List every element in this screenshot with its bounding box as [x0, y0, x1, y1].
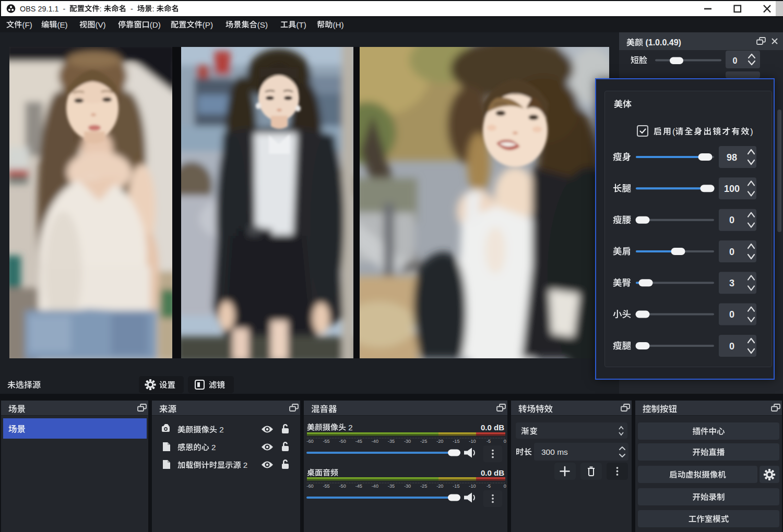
- svg-text:0.0 dB: 0.0 dB: [481, 423, 504, 432]
- svg-text:(F): (F): [22, 20, 32, 29]
- svg-text:-5: -5: [487, 439, 491, 444]
- svg-text:-60: -60: [306, 439, 313, 444]
- svg-text:): ): [750, 127, 753, 136]
- svg-text:-25: -25: [420, 439, 427, 444]
- svg-text:-30: -30: [404, 439, 411, 444]
- svg-text:0: 0: [504, 439, 506, 444]
- svg-text:300 ms: 300 ms: [541, 448, 568, 456]
- svg-text:98: 98: [727, 152, 737, 163]
- svg-text::: :: [100, 5, 104, 13]
- svg-text:0: 0: [729, 341, 734, 352]
- svg-text:-10: -10: [469, 439, 476, 444]
- svg-text:0: 0: [729, 309, 734, 320]
- svg-text:-25: -25: [420, 483, 427, 489]
- svg-text:(V): (V): [95, 20, 105, 29]
- svg-text:-5: -5: [487, 483, 491, 489]
- svg-text:-50: -50: [339, 439, 346, 444]
- svg-text:-30: -30: [404, 483, 411, 489]
- svg-text:3: 3: [729, 278, 734, 288]
- svg-text::: :: [152, 5, 157, 13]
- svg-text:(D): (D): [150, 20, 161, 29]
- svg-text:-20: -20: [436, 483, 443, 489]
- svg-text:-35: -35: [388, 439, 395, 444]
- svg-text:0: 0: [729, 247, 734, 257]
- svg-text:0: 0: [729, 215, 734, 225]
- svg-text:-55: -55: [323, 483, 329, 489]
- svg-text:-45: -45: [355, 483, 362, 489]
- svg-text:(T): (T): [296, 20, 306, 29]
- svg-text:2: 2: [209, 443, 216, 452]
- svg-text:-15: -15: [453, 439, 459, 444]
- svg-text:(H): (H): [333, 20, 343, 29]
- svg-text:OBS 29.1.1 -: OBS 29.1.1 -: [20, 5, 69, 13]
- svg-text:0: 0: [504, 483, 506, 489]
- svg-text:-: -: [126, 5, 137, 13]
- svg-text:-50: -50: [339, 483, 346, 489]
- svg-text:-55: -55: [323, 439, 329, 444]
- svg-text:-40: -40: [372, 483, 378, 489]
- svg-text:0: 0: [733, 56, 738, 65]
- svg-text:-15: -15: [453, 483, 459, 489]
- svg-text:100: 100: [724, 184, 740, 194]
- svg-text:2: 2: [346, 423, 353, 432]
- svg-text:-35: -35: [388, 483, 395, 489]
- svg-text:-60: -60: [306, 483, 313, 489]
- svg-text:-20: -20: [436, 439, 443, 444]
- svg-text:(P): (P): [203, 20, 213, 29]
- svg-text:(1.0.0.49): (1.0.0.49): [643, 38, 681, 47]
- svg-text:-45: -45: [355, 439, 362, 444]
- svg-text:(: (: [672, 127, 675, 136]
- svg-text:(S): (S): [257, 20, 268, 29]
- svg-text:-40: -40: [372, 439, 378, 444]
- svg-text:2: 2: [217, 425, 224, 434]
- svg-text:2: 2: [241, 461, 248, 469]
- svg-text:0.0 dB: 0.0 dB: [481, 468, 504, 477]
- svg-text:-10: -10: [469, 483, 476, 489]
- svg-text:(E): (E): [57, 20, 67, 29]
